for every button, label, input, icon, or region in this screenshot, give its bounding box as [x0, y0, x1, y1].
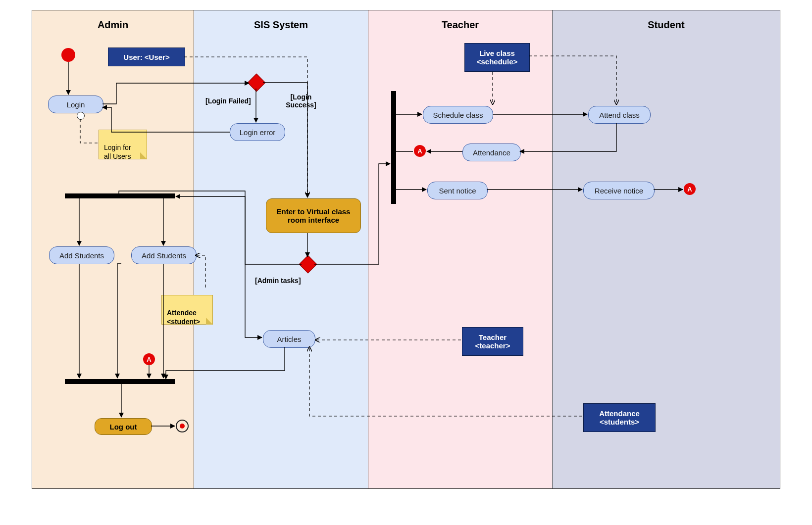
final-node — [176, 420, 189, 432]
activity-diagram: Admin SIS System Teacher Student Login U… — [32, 10, 780, 489]
activity-sent-notice: Sent notice — [427, 182, 488, 199]
note-login-all-users: Login for all Users — [99, 130, 147, 159]
note-attendee-text: Attendee <student> — [167, 309, 200, 326]
datastore-teacher: Teacher <teacher> — [462, 327, 523, 356]
activity-add-students-1: Add Students — [49, 246, 114, 264]
note-fold-icon — [140, 152, 147, 159]
lane-teacher: Teacher — [368, 10, 553, 488]
flow-ref-a-out-2: A — [684, 183, 696, 195]
activity-add-students-2: Add Students — [131, 246, 197, 264]
datastore-user: User: <User> — [108, 48, 185, 66]
fork-teacher-vertical — [391, 91, 396, 204]
activity-login: Login — [48, 95, 103, 113]
lane-student-title: Student — [553, 19, 780, 31]
flow-ref-a-in: A — [143, 353, 155, 365]
guard-login-success: [Login Success] — [281, 93, 321, 109]
flow-ref-a-out-1: A — [414, 145, 426, 157]
join-admin — [65, 379, 175, 384]
activity-schedule-class: Schedule class — [423, 106, 493, 124]
datastore-attendance-students: Attendance <students> — [583, 403, 656, 432]
activity-enter-virtual-classroom: Enter to Virtual class room interface — [266, 198, 361, 233]
activity-attendance: Attendance — [462, 143, 521, 161]
lane-sis-title: SIS System — [194, 19, 368, 31]
activity-log-out: Log out — [95, 418, 152, 435]
note-attendee-student: Attendee <student> — [161, 295, 213, 325]
activity-articles: Articles — [263, 330, 315, 348]
guard-admin-tasks: [Admin tasks] — [255, 277, 301, 285]
datastore-live-class: Live class <schedule> — [464, 43, 530, 72]
connector-note-circle — [77, 112, 85, 120]
note-login-text: Login for all Users — [104, 143, 131, 160]
lane-teacher-title: Teacher — [368, 19, 552, 31]
activity-login-error: Login error — [230, 123, 285, 141]
guard-login-failed: [Login Failed] — [205, 97, 251, 105]
activity-attend-class: Attend class — [588, 106, 651, 124]
fork-admin — [65, 193, 175, 198]
activity-receive-notice: Receive notice — [583, 182, 655, 199]
lane-sis-system: SIS System — [194, 10, 368, 488]
lane-admin-title: Admin — [32, 19, 194, 31]
initial-node — [61, 48, 75, 62]
note-fold-icon — [206, 318, 213, 325]
